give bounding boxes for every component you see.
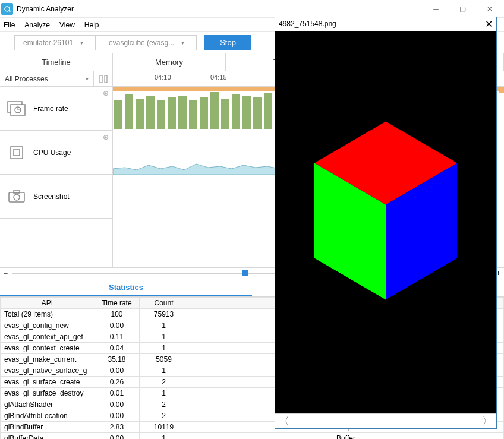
cell-time-rate: 0.00	[94, 433, 140, 440]
svg-rect-2	[100, 75, 102, 83]
cell-api: evas_gl_make_current	[1, 354, 94, 365]
cell-time-rate: 0.01	[94, 388, 140, 399]
card-label: CPU Usage	[33, 149, 71, 157]
cell-api: evas_gl_surface_create	[1, 377, 94, 388]
close-button[interactable]: ✕	[476, 1, 503, 17]
card-screenshot[interactable]: Screenshot	[0, 175, 112, 219]
bar	[253, 97, 262, 129]
chevron-down-icon: ▾	[86, 75, 89, 82]
bar	[189, 100, 197, 129]
cell-time-rate: 0.00	[94, 365, 140, 377]
left-pane: ⊕ Frame rate ⊕ CPU Usage Screenshot	[0, 87, 113, 267]
col-time-rate[interactable]: Time rate	[94, 298, 140, 309]
device-selector[interactable]: emulator-26101 ▾	[14, 35, 96, 50]
cell-api: evas_gl_surface_destroy	[1, 388, 94, 399]
cell-time-rate: 0.00	[94, 399, 140, 410]
zoom-icon[interactable]: ⊕	[103, 89, 109, 97]
ruler-tick: 04:10	[155, 74, 171, 81]
svg-line-1	[9, 11, 11, 12]
tab-memory[interactable]: Memory	[113, 53, 226, 71]
bar	[178, 96, 187, 129]
zoom-icon[interactable]: ⊕	[103, 133, 109, 141]
svg-rect-10	[14, 150, 20, 156]
screenshot-preview-window: 4982_751548.png ✕ 〈 〉	[275, 17, 497, 429]
cell-api: evas_gl_config_new	[1, 320, 94, 331]
menu-analyze[interactable]: Analyze	[24, 21, 50, 29]
table-row[interactable]: glBufferData0.001Buffer	[1, 433, 504, 440]
cell-time-rate: 0.00	[94, 320, 140, 331]
svg-rect-3	[105, 75, 107, 83]
process-filter[interactable]: All Processes ▾	[0, 71, 94, 86]
prev-button[interactable]: 〈	[279, 414, 289, 428]
tab-timeline[interactable]: Timeline	[0, 53, 113, 71]
cell-api: evas_gl_context_create	[1, 343, 94, 354]
titlebar: Dynamic Analyzer ─ ▢ ✕	[0, 0, 504, 18]
menu-help[interactable]: Help	[84, 21, 99, 29]
cell-time-rate: 35.18	[94, 354, 140, 365]
cell-time-rate: 0.00	[94, 410, 140, 422]
cell-api: Total (29 items)	[1, 309, 94, 320]
cell-count: 10119	[140, 422, 188, 433]
svg-rect-9	[11, 147, 23, 159]
preview-titlebar[interactable]: 4982_751548.png ✕	[275, 17, 496, 31]
maximize-button[interactable]: ▢	[449, 1, 476, 17]
next-button[interactable]: 〉	[482, 414, 493, 428]
cell-api: glBufferData	[1, 433, 94, 440]
cube-render	[275, 31, 496, 413]
chevron-down-icon: ▾	[181, 39, 184, 46]
preview-body	[275, 31, 496, 413]
cell-api: glBindAttribLocation	[1, 410, 94, 422]
minimize-button[interactable]: ─	[423, 1, 449, 17]
frame-rate-icon	[6, 100, 27, 118]
cell-time-rate: 2.83	[94, 422, 140, 433]
app-icon	[1, 3, 13, 15]
tab-statistics[interactable]: Statistics	[0, 279, 252, 296]
bar	[221, 99, 229, 129]
camera-icon	[6, 188, 27, 206]
svg-point-0	[5, 7, 10, 11]
slider-thumb[interactable]	[242, 270, 248, 276]
cell-count: 1	[140, 388, 188, 399]
cell-count: 75913	[140, 309, 188, 320]
cpu-icon	[6, 144, 27, 162]
right-edge-strip	[499, 89, 504, 267]
bar	[200, 97, 208, 129]
card-label: Screenshot	[33, 192, 70, 201]
svg-rect-12	[14, 191, 20, 193]
cell-count: 2	[140, 399, 188, 410]
bar	[168, 97, 176, 129]
menu-view[interactable]: View	[59, 21, 75, 29]
zoom-in-button[interactable]: +	[496, 269, 500, 277]
col-count[interactable]: Count	[140, 298, 188, 309]
cell-count: 5059	[140, 354, 188, 365]
cell-time-rate: 100	[94, 309, 140, 320]
device-label: emulator-26101	[23, 39, 73, 47]
preview-nav: 〈 〉	[275, 413, 496, 428]
window-title: Dynamic Analyzer	[17, 5, 74, 13]
chevron-down-icon: ▾	[80, 39, 83, 46]
cell-count: 2	[140, 377, 188, 388]
stop-button[interactable]: Stop	[204, 35, 251, 50]
close-icon[interactable]: ✕	[485, 18, 493, 30]
card-label: Frame rate	[33, 105, 68, 113]
process-selector[interactable]: evasglcube (evasg... ▾	[95, 35, 197, 50]
cell-count: 1	[140, 331, 188, 343]
menu-file[interactable]: File	[4, 21, 15, 29]
process-label: evasglcube (evasg...	[109, 39, 174, 47]
cell-api: evas_gl_context_api_get	[1, 331, 94, 343]
cell-count: 1	[140, 433, 188, 440]
cell-api: glBindBuffer	[1, 422, 94, 433]
bar	[242, 96, 251, 129]
card-frame-rate[interactable]: ⊕ Frame rate	[0, 87, 112, 131]
cell-count: 1	[140, 365, 188, 377]
auto-scroll-toggle[interactable]	[94, 71, 113, 86]
col-api[interactable]: API	[1, 298, 94, 309]
bar	[232, 94, 240, 129]
cell-time-rate: 0.26	[94, 377, 140, 388]
cell-count: 1	[140, 343, 188, 354]
cell-count: 2	[140, 410, 188, 422]
bar	[146, 96, 155, 129]
card-cpu-usage[interactable]: ⊕ CPU Usage	[0, 131, 112, 175]
zoom-out-button[interactable]: −	[4, 269, 8, 277]
cell-count: 1	[140, 320, 188, 331]
